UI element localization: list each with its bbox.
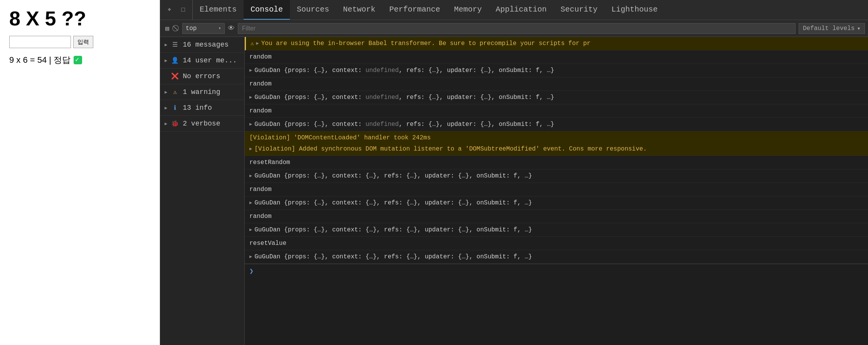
arrow-icon: ▶ xyxy=(165,58,167,64)
arrow-icon[interactable]: ▶ xyxy=(249,253,252,260)
arrow-icon: ▶ xyxy=(165,121,167,127)
log-text: random xyxy=(249,185,863,194)
webpage-panel: 8 X 5 ?? 입력 9 x 6 = 54 | 정답 xyxy=(0,0,160,345)
console-toolbar: ▤ ⃠ top ▾ 👁 Default levels ▾ xyxy=(160,20,868,37)
input-row: 입력 xyxy=(9,36,150,48)
warning-icon: ⚠ xyxy=(171,88,179,96)
sidebar-item-user[interactable]: ▶ 👤 14 user me... xyxy=(160,53,244,69)
arrow-icon[interactable]: ▶ xyxy=(249,172,252,179)
log-text: random xyxy=(249,212,863,221)
log-text: GuGuDan {props: {…}, context: {…}, refs:… xyxy=(254,198,863,208)
devtools-icon-group: ⌖ □ xyxy=(160,0,193,20)
arrow-icon[interactable]: ▶ xyxy=(249,226,252,233)
log-entry: random xyxy=(245,77,868,91)
answer-input[interactable] xyxy=(9,36,71,48)
context-value: top xyxy=(186,25,197,32)
levels-label: Default levels xyxy=(803,25,855,32)
console-prompt-icon: ❯ xyxy=(249,267,254,275)
result-text: 9 x 6 = 54 | 정답 xyxy=(9,54,71,66)
sidebar-errors-label: No errors xyxy=(183,72,220,80)
log-entry-violation: [Violation] 'DOMContentLoaded' handler t… xyxy=(245,131,868,144)
tab-console[interactable]: Console xyxy=(244,0,290,20)
log-entry: random xyxy=(245,210,868,223)
info-icon: ℹ xyxy=(171,104,179,112)
tab-network[interactable]: Network xyxy=(336,0,382,20)
page-title: 8 X 5 ?? xyxy=(9,8,150,30)
sidebar-item-messages[interactable]: ▶ ☰ 16 messages xyxy=(160,37,244,53)
arrow-icon[interactable]: ▶ xyxy=(249,67,252,74)
tab-elements[interactable]: Elements xyxy=(193,0,244,20)
log-text: GuGuDan {props: {…}, context: undefined,… xyxy=(254,93,863,102)
tab-application[interactable]: Application xyxy=(489,0,553,20)
log-text: random xyxy=(249,106,863,116)
sidebar-toggle-icon[interactable]: ▤ xyxy=(163,23,172,34)
arrow-icon: ▶ xyxy=(165,105,167,111)
log-text: You are using the in-browser Babel trans… xyxy=(261,39,863,48)
tab-sources[interactable]: Sources xyxy=(290,0,336,20)
sidebar-item-verbose[interactable]: ▶ 🐞 2 verbose xyxy=(160,116,244,132)
sidebar-verbose-label: 2 verbose xyxy=(183,120,220,127)
device-icon[interactable]: □ xyxy=(178,5,188,15)
chevron-down-icon: ▾ xyxy=(218,25,221,31)
levels-select[interactable]: Default levels ▾ xyxy=(799,23,865,34)
log-entry: ▶ GuGuDan {props: {…}, context: undefine… xyxy=(245,91,868,104)
list-icon: ☰ xyxy=(171,41,179,49)
arrow-icon[interactable]: ▶ xyxy=(256,40,259,47)
console-sidebar: ▶ ☰ 16 messages ▶ 👤 14 user me... ▶ ❌ No… xyxy=(160,37,245,345)
eye-icon[interactable]: 👁 xyxy=(228,24,235,32)
inspect-icon[interactable]: ⌖ xyxy=(164,5,175,15)
log-entry: ▶ GuGuDan {props: {…}, context: {…}, ref… xyxy=(245,223,868,237)
levels-chevron-icon: ▾ xyxy=(857,25,861,32)
warning-icon: ⚠ xyxy=(251,40,254,48)
submit-button[interactable]: 입력 xyxy=(73,36,93,48)
clear-icon[interactable]: ⃠ xyxy=(175,23,179,33)
log-entry: ▶ GuGuDan {props: {…}, context: {…}, ref… xyxy=(245,196,868,210)
sidebar-item-errors[interactable]: ▶ ❌ No errors xyxy=(160,69,244,84)
sidebar-user-label: 14 user me... xyxy=(183,57,237,64)
log-text: GuGuDan {props: {…}, context: {…}, refs:… xyxy=(254,225,863,234)
log-text: GuGuDan {props: {…}, context: undefined,… xyxy=(254,120,863,129)
log-entry: random xyxy=(245,183,868,196)
sidebar-messages-label: 16 messages xyxy=(183,41,229,49)
devtools-panel: ⌖ □ Elements Console Sources Network Per… xyxy=(160,0,868,345)
tab-performance[interactable]: Performance xyxy=(382,0,447,20)
console-body: ▶ ☰ 16 messages ▶ 👤 14 user me... ▶ ❌ No… xyxy=(160,37,868,345)
arrow-icon[interactable]: ▶ xyxy=(249,94,252,101)
log-text: resetRandom xyxy=(249,158,863,167)
console-log-area: ⚠ ▶ You are using the in-browser Babel t… xyxy=(245,37,868,345)
log-entry: ▶ GuGuDan {props: {…}, context: undefine… xyxy=(245,118,868,131)
sidebar-item-warnings[interactable]: ▶ ⚠ 1 warning xyxy=(160,84,244,100)
log-entry: ▶ GuGuDan {props: {…}, context: {…}, ref… xyxy=(245,250,868,264)
tab-security[interactable]: Security xyxy=(553,0,604,20)
log-entry: resetValue xyxy=(245,237,868,250)
log-text: resetValue xyxy=(249,239,863,248)
console-input-line[interactable]: ❯ xyxy=(245,264,868,278)
log-entry: random xyxy=(245,104,868,118)
arrow-icon[interactable]: ▶ xyxy=(249,121,252,128)
verbose-icon: 🐞 xyxy=(171,120,179,127)
arrow-icon[interactable]: ▶ xyxy=(249,199,252,206)
tab-lighthouse[interactable]: Lighthouse xyxy=(604,0,664,20)
sidebar-warnings-label: 1 warning xyxy=(183,88,220,96)
log-text: [Violation] Added synchronous DOM mutati… xyxy=(254,144,863,154)
user-icon: 👤 xyxy=(171,57,179,64)
log-text: [Violation] 'DOMContentLoaded' handler t… xyxy=(249,133,863,142)
log-text: random xyxy=(249,79,863,89)
context-select[interactable]: top ▾ xyxy=(182,23,225,34)
devtools-tab-bar: ⌖ □ Elements Console Sources Network Per… xyxy=(160,0,868,20)
filter-input[interactable] xyxy=(238,23,796,34)
log-text: GuGuDan {props: {…}, context: {…}, refs:… xyxy=(254,171,863,181)
check-icon xyxy=(74,56,82,64)
arrow-icon[interactable]: ▶ xyxy=(249,146,252,152)
log-text: GuGuDan {props: {…}, context: {…}, refs:… xyxy=(254,252,863,261)
arrow-icon: ▶ xyxy=(165,89,167,95)
sidebar-info-label: 13 info xyxy=(183,104,212,112)
arrow-icon: ▶ xyxy=(165,42,167,48)
log-entry: ▶ GuGuDan {props: {…}, context: {…}, ref… xyxy=(245,169,868,183)
log-entry: random xyxy=(245,50,868,64)
tab-memory[interactable]: Memory xyxy=(447,0,489,20)
error-icon: ❌ xyxy=(171,72,179,80)
log-entry: resetRandom xyxy=(245,156,868,169)
log-text: GuGuDan {props: {…}, context: undefined,… xyxy=(254,66,863,75)
sidebar-item-info[interactable]: ▶ ℹ 13 info xyxy=(160,100,244,116)
